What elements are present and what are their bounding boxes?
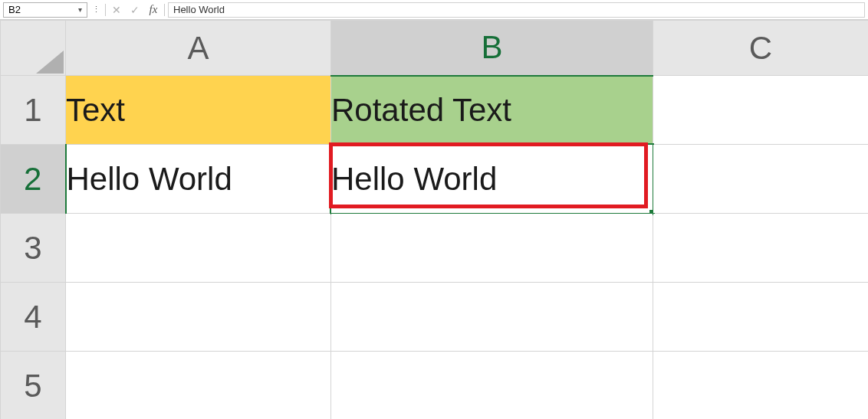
check-icon: ✓ <box>130 4 140 16</box>
cell-A5[interactable] <box>66 352 331 420</box>
formula-bar: B2 ▾ ⋮ ✕ ✓ fx Hello World <box>0 0 868 20</box>
column-label: A <box>187 30 209 66</box>
select-all-corner[interactable] <box>1 21 66 76</box>
cell-value: Hello World <box>331 161 497 197</box>
cell-B4[interactable] <box>331 283 653 352</box>
column-label: C <box>749 30 772 66</box>
vertical-dots-icon[interactable]: ⋮ <box>90 5 102 15</box>
row-label: 2 <box>24 161 41 197</box>
cell-value: Hello World <box>67 161 232 197</box>
row-header-3[interactable]: 3 <box>1 214 66 283</box>
name-box[interactable]: B2 ▾ <box>3 2 87 18</box>
cell-B5[interactable] <box>331 352 653 420</box>
chevron-down-icon: ▾ <box>78 5 82 14</box>
cancel-button[interactable]: ✕ <box>109 2 124 18</box>
column-header-A[interactable]: A <box>66 21 331 76</box>
separator <box>105 4 106 16</box>
cell-value: Text <box>66 92 125 128</box>
cell-C2[interactable] <box>653 145 869 214</box>
fx-icon: fx <box>150 3 158 16</box>
row-header-1[interactable]: 1 <box>1 76 66 145</box>
cell-A2[interactable]: Hello World <box>66 145 331 214</box>
cell-B2[interactable]: Hello World <box>331 145 653 214</box>
formula-value: Hello World <box>173 4 225 15</box>
spreadsheet-grid: A B C 1 Text Rotated Text 2 Hello World … <box>0 20 868 419</box>
x-icon: ✕ <box>112 4 121 16</box>
row-label: 3 <box>24 230 41 266</box>
fx-button[interactable]: fx <box>146 2 161 18</box>
cell-C5[interactable] <box>653 352 869 420</box>
cell-A3[interactable] <box>66 214 331 283</box>
row-header-2[interactable]: 2 <box>1 145 66 214</box>
cell-C4[interactable] <box>653 283 869 352</box>
separator <box>164 4 165 16</box>
row-label: 5 <box>24 368 41 404</box>
row-header-5[interactable]: 5 <box>1 352 66 420</box>
cell-B1[interactable]: Rotated Text <box>331 76 653 145</box>
cell-B3[interactable] <box>331 214 653 283</box>
name-box-value: B2 <box>8 4 21 15</box>
row-label: 4 <box>24 299 41 335</box>
formula-input[interactable]: Hello World <box>168 2 865 18</box>
cell-A1[interactable]: Text <box>66 76 331 145</box>
column-header-C[interactable]: C <box>653 21 869 76</box>
cell-value: Rotated Text <box>331 92 511 128</box>
row-label: 1 <box>24 92 41 128</box>
row-header-4[interactable]: 4 <box>1 283 66 352</box>
cell-C1[interactable] <box>653 76 869 145</box>
cell-C3[interactable] <box>653 214 869 283</box>
column-header-B[interactable]: B <box>331 21 653 76</box>
cell-A4[interactable] <box>66 283 331 352</box>
column-label: B <box>481 29 502 65</box>
accept-button[interactable]: ✓ <box>127 2 143 18</box>
